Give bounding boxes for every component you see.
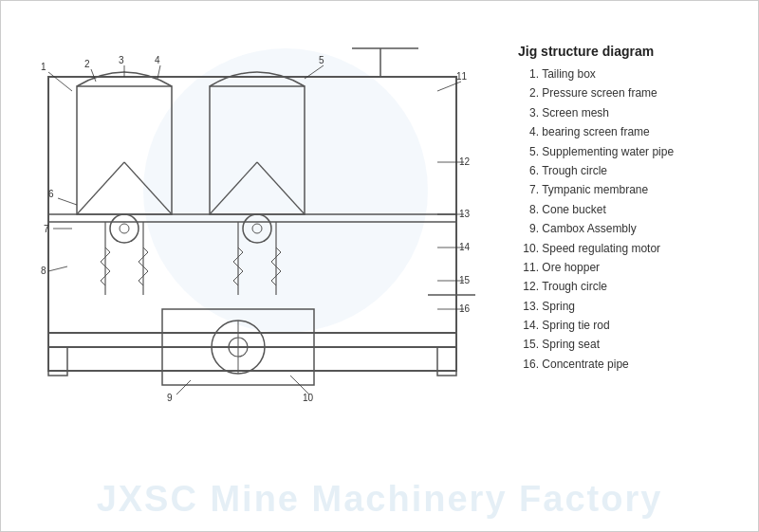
legend-item-label: bearing screen frame: [542, 125, 649, 138]
svg-text:7: 7: [44, 224, 49, 234]
legend-item-label: Tympanic membrane: [542, 183, 648, 196]
legend-item: 3. Screen mesh: [518, 103, 750, 122]
svg-marker-2: [77, 86, 172, 214]
svg-text:14: 14: [459, 242, 471, 252]
legend-item: 14. Spring tie rod: [518, 316, 750, 335]
svg-line-29: [91, 69, 96, 82]
legend-item-num: 2.: [518, 83, 539, 102]
svg-line-5: [124, 162, 172, 214]
diagram-area: 1 2 3 4 5 6 7 8 9: [20, 39, 513, 437]
legend-item-label: Ore hopper: [542, 261, 600, 274]
svg-line-7: [257, 162, 305, 214]
legend-item-num: 15.: [518, 335, 539, 354]
legend-item-num: 10.: [518, 239, 539, 258]
legend-item-num: 4.: [518, 122, 539, 141]
bottom-watermark: JXSC Mine Machinery Factory: [1, 479, 758, 520]
legend-item-label: Cambox Assembly: [542, 222, 636, 235]
svg-text:10: 10: [303, 393, 314, 403]
legend-item-label: Spring seat: [542, 338, 600, 351]
legend-item-num: 5.: [518, 142, 539, 161]
legend-list: 1. Tailing box2. Pressure screen frame3.…: [518, 64, 750, 374]
legend-item-label: Trough circle: [542, 164, 607, 177]
svg-line-41: [48, 266, 67, 271]
legend-item-label: Screen mesh: [542, 106, 609, 119]
legend-item-num: 6.: [518, 161, 539, 180]
svg-text:15: 15: [459, 275, 471, 285]
legend-item-num: 3.: [518, 103, 539, 122]
legend-item-label: Concentrate pipe: [542, 358, 628, 371]
legend-item: 11. Ore hopper: [518, 258, 750, 277]
svg-text:4: 4: [155, 55, 160, 65]
legend-item-num: 16.: [518, 355, 539, 374]
svg-text:2: 2: [84, 59, 90, 69]
svg-rect-16: [48, 333, 456, 347]
svg-text:3: 3: [119, 55, 124, 65]
svg-point-11: [252, 224, 262, 233]
legend-item: 6. Trough circle: [518, 161, 750, 180]
legend-item: 9. Cambox Assembly: [518, 219, 750, 238]
legend-item-label: Tailing box: [542, 67, 596, 81]
legend-item: 4. bearing screen frame: [518, 122, 750, 141]
legend-item-label: Speed regulating motor: [542, 242, 660, 255]
svg-point-10: [243, 214, 271, 243]
legend-item-label: Cone bucket: [542, 203, 605, 216]
legend-item: 13. Spring: [518, 297, 750, 316]
legend-title: Jig structure diagram: [518, 44, 750, 59]
legend-item-num: 13.: [518, 297, 539, 316]
legend-item-label: Spring: [542, 300, 575, 313]
legend-item-label: Spring tie rod: [542, 319, 609, 332]
legend-item-label: Supplementing water pipe: [542, 145, 674, 158]
svg-text:6: 6: [48, 189, 54, 199]
legend-item: 7. Tympanic membrane: [518, 180, 750, 199]
legend-item: 1. Tailing box: [518, 64, 750, 83]
legend-item: 2. Pressure screen frame: [518, 83, 750, 102]
svg-text:16: 16: [459, 303, 471, 314]
svg-line-37: [58, 198, 77, 205]
legend-area: Jig structure diagram 1. Tailing box2. P…: [518, 44, 750, 374]
svg-text:11: 11: [456, 71, 468, 82]
svg-line-6: [210, 162, 257, 214]
svg-point-9: [120, 224, 129, 233]
legend-item-num: 1.: [518, 64, 539, 83]
page-container: 1 2 3 4 5 6 7 8 9: [0, 0, 759, 532]
legend-item: 16. Concentrate pipe: [518, 355, 750, 374]
legend-item-label: Trough circle: [542, 280, 607, 293]
svg-point-8: [110, 214, 139, 243]
legend-item: 5. Supplementing water pipe: [518, 142, 750, 161]
legend-item-num: 7.: [518, 180, 539, 199]
legend-item-num: 12.: [518, 277, 539, 296]
legend-item: 15. Spring seat: [518, 335, 750, 354]
svg-text:8: 8: [41, 266, 46, 276]
svg-rect-0: [48, 77, 456, 371]
svg-line-27: [48, 72, 72, 91]
svg-text:12: 12: [459, 156, 471, 167]
svg-text:5: 5: [319, 55, 324, 65]
legend-item: 12. Trough circle: [518, 277, 750, 296]
legend-item-num: 11.: [518, 258, 539, 277]
svg-line-43: [176, 380, 191, 394]
legend-item-num: 14.: [518, 316, 539, 335]
svg-line-4: [77, 162, 124, 214]
svg-text:9: 9: [167, 393, 173, 403]
legend-item: 10. Speed regulating motor: [518, 239, 750, 258]
svg-marker-3: [210, 86, 305, 214]
jig-diagram-svg: 1 2 3 4 5 6 7 8 9: [20, 39, 513, 437]
legend-item-num: 9.: [518, 219, 539, 238]
legend-item-num: 8.: [518, 200, 539, 219]
legend-item-label: Pressure screen frame: [542, 86, 657, 100]
svg-text:1: 1: [41, 62, 46, 72]
legend-item: 8. Cone bucket: [518, 200, 750, 219]
svg-text:13: 13: [459, 209, 471, 219]
svg-line-47: [437, 82, 461, 91]
